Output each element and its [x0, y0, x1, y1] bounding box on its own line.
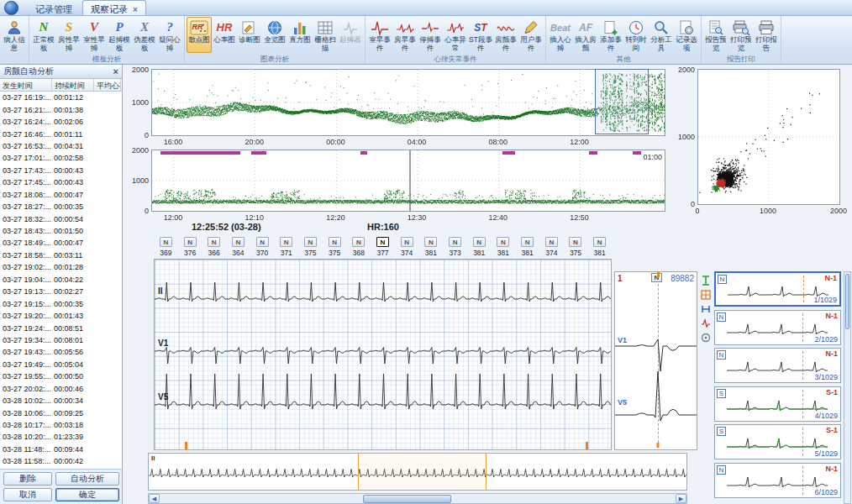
rr-trend-full-chart[interactable] [151, 69, 665, 136]
af-event-row[interactable]: 03-27 19:02:...00:01:28 [0, 261, 122, 273]
af-event-row[interactable]: 03-28 11:48:...00:09:44 [0, 444, 122, 455]
tab-record-management[interactable]: 记录管理 [27, 0, 81, 15]
beat-label-box[interactable]: N [304, 237, 317, 247]
user-events-button[interactable]: 用户事件 [518, 17, 544, 53]
af-event-row[interactable]: 03-27 17:45:...00:00:43 [0, 176, 122, 188]
pacemaker-button[interactable]: 起搏器 [338, 17, 363, 53]
beat-label-box[interactable]: N [497, 237, 509, 247]
beat-template-item[interactable]: NN-12/1029 [714, 310, 841, 345]
beat-label-box[interactable]: N [160, 237, 172, 247]
time-scrollbar[interactable]: ◀ ▶ [148, 493, 687, 504]
beat-label-box[interactable]: N [449, 237, 461, 247]
af-event-row[interactable]: 03-27 16:46:...00:01:11 [0, 128, 122, 139]
af-event-row[interactable]: 03-27 19:49:...00:05:04 [0, 359, 122, 370]
beat-label-box[interactable]: N [545, 237, 558, 247]
ok-button[interactable]: 确定 [55, 488, 119, 501]
template-scroll-thumb[interactable] [845, 274, 849, 329]
diagnosis-plot-button[interactable]: 诊断图 [237, 17, 262, 53]
vpb-template-button[interactable]: V室性早搏 [82, 17, 107, 53]
af-event-row[interactable]: 03-27 16:21:...00:01:38 [0, 103, 122, 115]
apb-events-button[interactable]: 房早事件 [392, 17, 418, 53]
beat-template-item[interactable]: SS-14/1029 [714, 386, 841, 422]
scroll-thumb[interactable] [363, 495, 451, 503]
marker-icon[interactable] [700, 303, 712, 315]
af-event-row[interactable]: 03-27 16:24:...00:02:06 [0, 116, 122, 128]
add-event-button[interactable]: 添加事件 [598, 17, 623, 53]
af-event-row[interactable]: 03-27 18:08:...00:00:47 [0, 189, 122, 201]
scroll-left-arrow[interactable]: ◀ [149, 494, 160, 503]
overview-plot-button[interactable]: 全览图 [262, 17, 287, 53]
af-event-row[interactable]: 03-27 19:34:...00:08:01 [0, 334, 122, 346]
print-report-button[interactable]: 打印报告 [754, 17, 779, 53]
af-event-row[interactable]: 03-27 19:04:...00:04:22 [0, 274, 122, 286]
apb-template-button[interactable]: S房性早搏 [56, 17, 82, 53]
af-event-row[interactable]: 03-27 19:24:...00:08:51 [0, 322, 122, 333]
rr-trend-zoom-chart[interactable] [151, 150, 665, 212]
raster-scan-button[interactable]: 栅格扫描 [313, 17, 338, 53]
panel-close-icon[interactable]: × [113, 66, 118, 76]
af-event-row[interactable]: 03-28 10:06:...00:09:25 [0, 407, 122, 418]
af-event-row[interactable]: 03-28 11:58:...00:00:42 [0, 455, 122, 467]
af-event-row[interactable]: 03-27 18:27:...00:00:35 [0, 201, 122, 213]
af-events-button[interactable]: 房颤事件 [493, 17, 518, 53]
delete-button[interactable]: 删除 [3, 472, 52, 486]
tab-observation-record[interactable]: 观察记录× [82, 0, 146, 15]
beat-label-box[interactable]: N [569, 237, 581, 247]
insert-beat-button[interactable]: Beat插入心搏 [548, 17, 573, 53]
cancel-button[interactable]: 取消 [3, 488, 52, 501]
poincare-plot[interactable] [697, 69, 840, 205]
beat-template-item[interactable]: NN-11/1029 [714, 271, 841, 307]
strip-selection-window[interactable] [358, 453, 486, 491]
full-disclosure-strip[interactable]: II [148, 453, 687, 491]
template-scrollbar[interactable] [844, 271, 851, 504]
heart-rate-plot-button[interactable]: HR心率图 [212, 17, 237, 53]
beat-label-box[interactable]: N [329, 237, 341, 247]
histogram-button[interactable]: 直方图 [287, 17, 313, 53]
beat-label-box[interactable]: N [352, 237, 365, 247]
analysis-tools-button[interactable]: 分析工具 [649, 17, 674, 53]
record-options-button[interactable]: 记录选项 [674, 17, 699, 53]
scatter-plot-button[interactable]: RR散点图 [187, 17, 212, 53]
paced-template-button[interactable]: P起搏模板 [107, 17, 132, 53]
report-preview-button[interactable]: 报告预览 [703, 17, 728, 53]
pause-events-button[interactable]: 停搏事件 [418, 17, 443, 53]
question-beat-button[interactable]: ?疑问心搏 [157, 17, 182, 53]
af-event-row[interactable]: 03-27 19:20:...00:01:43 [0, 310, 122, 322]
beat-label-box[interactable]: N [184, 237, 197, 247]
beat-template-item[interactable]: SS-15/1029 [714, 424, 841, 459]
af-event-row[interactable]: 03-27 18:49:...00:00:47 [0, 237, 122, 249]
beat-label-box[interactable]: N [208, 237, 220, 247]
af-event-row[interactable]: 03-28 10:17:...00:03:18 [0, 419, 122, 431]
trend-selection-window[interactable] [595, 69, 649, 134]
beat-template-item[interactable]: NN-13/1029 [714, 348, 841, 383]
vpb-events-button[interactable]: 室早事件 [367, 17, 392, 53]
af-event-row[interactable]: 03-27 16:19:...00:01:12 [0, 92, 122, 103]
insert-af-button[interactable]: AF插入房颤 [573, 17, 598, 53]
beat-label-box[interactable]: N [473, 237, 486, 247]
beat-label-box[interactable]: N [401, 237, 413, 247]
patient-info-button[interactable]: 病人信息 [2, 17, 27, 53]
beat-label-box[interactable]: N [256, 237, 269, 247]
beat-label-box[interactable]: N [424, 237, 437, 247]
af-event-row[interactable]: 03-27 20:02:...00:00:46 [0, 383, 122, 395]
af-event-row[interactable]: 03-27 18:43:...00:01:50 [0, 225, 122, 237]
single-beat-panel[interactable]: 1 N 89882 V1 V5 [614, 271, 697, 450]
af-event-row[interactable]: 03-27 18:32:...00:00:54 [0, 213, 122, 224]
ecg-strip-view[interactable] [154, 259, 612, 450]
beat-label-box[interactable]: N [521, 237, 534, 247]
beat-label-box[interactable]: N [376, 237, 389, 247]
tab-close-icon[interactable]: × [133, 5, 138, 14]
print-preview-button[interactable]: 打印预览 [728, 17, 754, 53]
beat-label-box[interactable]: N [280, 237, 292, 247]
app-menu-button[interactable] [4, 1, 18, 15]
af-event-row[interactable]: 03-27 17:01:...00:02:58 [0, 152, 122, 164]
beat-template-item[interactable]: NN-16/1029 [714, 463, 841, 498]
af-event-row[interactable]: 03-27 19:43:...00:05:56 [0, 346, 122, 358]
artifact-template-button[interactable]: X伪差模板 [132, 17, 157, 53]
grid-icon[interactable] [700, 289, 712, 301]
circle-icon[interactable] [700, 332, 712, 344]
af-event-row[interactable]: 03-27 19:55:...00:00:50 [0, 370, 122, 382]
scroll-right-arrow[interactable]: ▶ [676, 494, 686, 503]
normal-template-button[interactable]: N正常模板 [31, 17, 56, 53]
hr-abnormal-events-button[interactable]: 心率异常 [443, 17, 468, 53]
